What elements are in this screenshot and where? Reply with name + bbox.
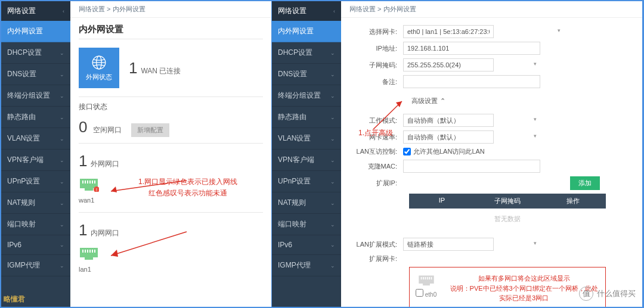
svg-rect-6 bbox=[89, 181, 91, 183]
th-mask: 子网掩码 bbox=[475, 194, 540, 209]
mask-select[interactable] bbox=[403, 58, 494, 71]
lan-port-name: lan1 bbox=[79, 266, 109, 273]
sidebar-left: 网络设置 ‹ 内外网设置DHCP设置⌄DNS设置⌄终端分组设置⌄静态路由⌄VLA… bbox=[1, 1, 70, 307]
sidebar-item[interactable]: NAT规则⌄ bbox=[1, 192, 70, 214]
sidebar-item-label: IGMP代理 bbox=[278, 260, 311, 270]
sidebar-item[interactable]: VPN客户端⌄ bbox=[272, 150, 341, 171]
add-config-button[interactable]: 新增配置 bbox=[131, 123, 169, 137]
add-ip-button[interactable]: 添加 bbox=[570, 176, 600, 190]
arrow-icon bbox=[106, 179, 190, 197]
sidebar-item[interactable]: IGMP代理⌄ bbox=[1, 255, 70, 276]
sidebar-item[interactable]: IPv6⌄ bbox=[1, 235, 70, 255]
mask-label: 子网掩码: bbox=[349, 61, 403, 70]
ext-nic-checkbox[interactable] bbox=[416, 289, 423, 297]
svg-rect-3 bbox=[82, 181, 83, 183]
lan-access-check[interactable]: 允许其他LAN访问此LAN bbox=[403, 147, 485, 156]
sidebar-item[interactable]: DHCP设置⌄ bbox=[1, 42, 70, 64]
arrow-icon bbox=[361, 97, 409, 132]
svg-rect-7 bbox=[92, 181, 93, 183]
svg-rect-14 bbox=[87, 250, 88, 253]
sidebar-item[interactable]: UPnP设置⌄ bbox=[1, 171, 70, 192]
ext-ip-label: 扩展IP: bbox=[349, 179, 403, 188]
sidebar-item-label: DHCP设置 bbox=[278, 48, 312, 58]
chevron-down-icon: ⌄ bbox=[330, 263, 335, 269]
ethernet-port-icon[interactable] bbox=[417, 273, 435, 287]
chevron-down-icon: ⌄ bbox=[60, 242, 64, 248]
sidebar-item[interactable]: IGMP代理⌄ bbox=[272, 255, 341, 276]
content-right: 网络设置 > 内外网设置 选择网卡: IP地址: 子网掩码: 备注: bbox=[341, 1, 642, 307]
sidebar-item[interactable]: VLAN设置⌄ bbox=[1, 128, 70, 150]
advanced-toggle[interactable]: 高级设置 ⌃ bbox=[403, 92, 454, 110]
svg-line-20 bbox=[373, 101, 402, 129]
ext-nic-box: eth0 如果有多网口将会这此区域显示 说明：PVE中已经将3个网口绑定在一个网… bbox=[409, 267, 606, 307]
sidebar-item-label: 端口映射 bbox=[7, 219, 36, 229]
svg-rect-23 bbox=[423, 277, 424, 279]
sidebar-item[interactable]: NAT规则⌄ bbox=[272, 192, 341, 214]
sidebar-item-label: IGMP代理 bbox=[7, 260, 40, 270]
sidebar-header[interactable]: 网络设置 ‹ bbox=[1, 1, 70, 21]
chevron-down-icon: ⌄ bbox=[60, 71, 64, 77]
remark-input[interactable] bbox=[403, 75, 540, 88]
sidebar-item[interactable]: 静态路由⌄ bbox=[1, 107, 70, 128]
sidebar-item[interactable]: 内外网设置 bbox=[1, 21, 70, 42]
svg-rect-4 bbox=[85, 181, 86, 183]
chevron-down-icon: ⌄ bbox=[60, 50, 64, 56]
chevron-down-icon: ⌄ bbox=[330, 157, 335, 163]
sidebar-item[interactable]: 端口映射⌄ bbox=[272, 214, 341, 235]
sidebar-item-label: VLAN设置 bbox=[278, 133, 311, 144]
clone-mac-input[interactable] bbox=[403, 160, 540, 173]
chevron-down-icon: ⌄ bbox=[330, 179, 335, 185]
sidebar-item[interactable]: DNS设置⌄ bbox=[1, 64, 70, 85]
chevron-down-icon: ⌄ bbox=[330, 200, 335, 206]
sidebar-item[interactable]: 端口映射⌄ bbox=[1, 214, 70, 235]
chevron-down-icon: ⌄ bbox=[60, 263, 64, 269]
sidebar-item[interactable]: 静态路由⌄ bbox=[272, 107, 341, 128]
sidebar-item[interactable]: VLAN设置⌄ bbox=[272, 128, 341, 150]
svg-rect-25 bbox=[426, 277, 428, 279]
lan-ext-select[interactable] bbox=[403, 238, 494, 251]
annotation-box: 如果有多网口将会这此区域显示 说明：PVE中已经将3个网口绑定在一个网桥，此处实… bbox=[448, 273, 599, 303]
speed-select[interactable] bbox=[403, 130, 494, 144]
chevron-down-icon: ⌄ bbox=[330, 136, 335, 142]
chevron-down-icon: ⌄ bbox=[330, 222, 335, 228]
wan-status-tile[interactable]: 外网状态 bbox=[79, 48, 119, 88]
ip-label: IP地址: bbox=[349, 44, 403, 53]
chevron-down-icon: ⌄ bbox=[330, 114, 335, 120]
ip-input[interactable] bbox=[403, 42, 540, 55]
chevron-down-icon: ⌄ bbox=[60, 222, 64, 228]
ethernet-port-icon[interactable] bbox=[79, 245, 99, 261]
sidebar-item[interactable]: 终端分组设置⌄ bbox=[272, 85, 341, 107]
corner-tag: 略懂君 bbox=[4, 294, 25, 304]
chevron-left-icon: ‹ bbox=[63, 8, 64, 14]
svg-rect-22 bbox=[420, 277, 422, 279]
watermark-icon: 值 bbox=[579, 287, 593, 301]
sidebar-item-label: NAT规则 bbox=[7, 198, 35, 208]
ext-count: 1 bbox=[79, 152, 87, 170]
sidebar-item[interactable]: DNS设置⌄ bbox=[272, 64, 341, 85]
mode-select[interactable] bbox=[403, 114, 494, 127]
remark-label: 备注: bbox=[349, 77, 403, 86]
sidebar-item[interactable]: IPv6⌄ bbox=[272, 235, 341, 255]
svg-line-10 bbox=[111, 181, 187, 191]
lan-access-checkbox[interactable] bbox=[403, 148, 411, 155]
ext-nic-item[interactable]: eth0 bbox=[416, 289, 436, 298]
sidebar-right: 网络设置 ‹ 内外网设置DHCP设置⌄DNS设置⌄终端分组设置⌄静态路由⌄VLA… bbox=[272, 1, 341, 307]
sidebar-item[interactable]: 终端分组设置⌄ bbox=[1, 85, 70, 107]
nic-select[interactable] bbox=[403, 25, 494, 38]
globe-icon bbox=[91, 55, 107, 70]
chevron-down-icon: ⌄ bbox=[60, 136, 64, 142]
chevron-down-icon: ⌄ bbox=[330, 50, 335, 56]
svg-rect-12 bbox=[82, 250, 83, 253]
chevron-down-icon: ⌄ bbox=[60, 93, 64, 99]
clone-mac-label: 克隆MAC: bbox=[349, 162, 403, 171]
sidebar-item[interactable]: VPN客户端⌄ bbox=[1, 150, 70, 171]
sidebar-item-label: UPnP设置 bbox=[278, 176, 311, 186]
sidebar-item[interactable]: 内外网设置 bbox=[272, 21, 341, 42]
sidebar-item-label: 终端分组设置 bbox=[7, 91, 50, 101]
sidebar-item[interactable]: UPnP设置⌄ bbox=[272, 171, 341, 192]
sidebar-item[interactable]: DHCP设置⌄ bbox=[272, 42, 341, 64]
chevron-down-icon: ⌄ bbox=[60, 179, 64, 185]
ethernet-port-icon[interactable]: ! bbox=[79, 176, 99, 192]
sidebar-header-label: 网络设置 bbox=[278, 6, 306, 16]
sidebar-header[interactable]: 网络设置 ‹ bbox=[272, 1, 341, 21]
